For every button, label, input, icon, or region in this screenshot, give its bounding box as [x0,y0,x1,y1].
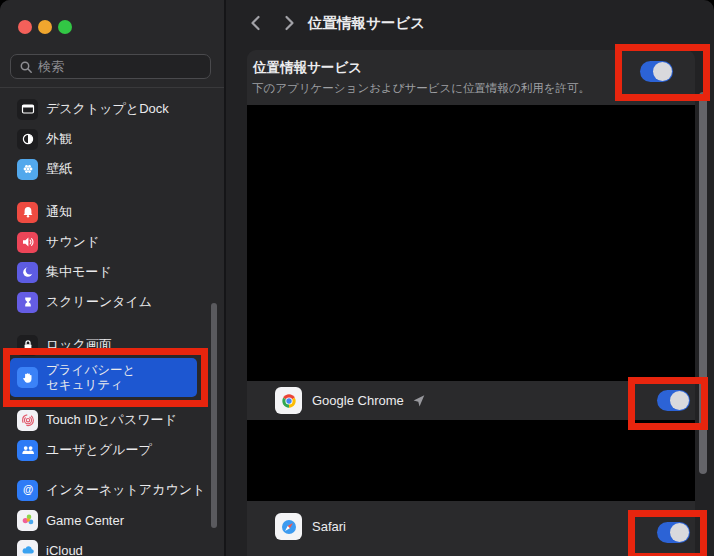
focus-icon [17,262,38,283]
system-settings-window: 検索 デスクトップとDock 外観 壁紙 通知 サ [0,0,714,556]
app-name: Google Chrome [312,393,404,408]
redacted-list-area: Google Chrome [247,105,695,501]
app-name: Safari [312,519,346,534]
sidebar-item-desktop-dock[interactable]: デスクトップとDock [10,96,204,122]
close-button[interactable] [18,20,32,34]
sidebar-item-screen-time[interactable]: スクリーンタイム [10,289,204,315]
game-center-icon [17,510,38,531]
internet-accounts-icon: @ [17,480,38,501]
screen-time-icon [17,292,38,313]
section-title: 位置情報サービス [253,59,362,77]
minimize-button[interactable] [38,20,52,34]
chrome-icon [275,387,302,414]
annotation-box-safari-toggle [628,510,707,556]
page-title: 位置情報サービス [308,14,425,33]
sidebar-item-sound[interactable]: サウンド [10,229,204,255]
search-icon [19,60,33,74]
sidebar-scrollbar[interactable] [211,303,217,528]
annotation-box-privacy-sidebar [3,348,208,407]
sidebar-item-internet-accounts[interactable]: @ インターネットアカウント [10,477,204,503]
chevron-right-icon [287,17,293,29]
zoom-button[interactable] [58,20,72,34]
section-subtitle: 下のアプリケーションおよびサービスに位置情報の利用を許可。 [252,81,590,96]
sidebar: 検索 デスクトップとDock 外観 壁紙 通知 サ [0,0,224,556]
window-controls [18,20,72,34]
forward-button[interactable] [279,13,299,33]
sound-icon [17,232,38,253]
wallpaper-icon [17,159,38,180]
touch-id-icon [17,410,38,431]
sidebar-item-icloud[interactable]: iCloud [10,537,204,556]
sidebar-item-touch-id[interactable]: Touch IDとパスワード [10,407,204,433]
back-button[interactable] [246,13,266,33]
appearance-icon [17,129,38,150]
users-groups-icon [17,440,38,461]
sidebar-item-users-groups[interactable]: ユーザとグループ [10,437,204,463]
notifications-icon [17,202,38,223]
sidebar-divider [0,87,224,88]
sidebar-item-game-center[interactable]: Game Center [10,507,204,533]
sidebar-item-wallpaper[interactable]: 壁紙 [10,156,204,182]
chevron-left-icon [253,17,259,29]
location-services-card: 位置情報サービス 下のアプリケーションおよびサービスに位置情報の利用を許可。 G… [247,50,695,556]
safari-icon [275,513,302,540]
sidebar-item-appearance[interactable]: 外観 [10,126,204,152]
svg-text:@: @ [22,483,32,495]
sidebar-item-focus[interactable]: 集中モード [10,259,204,285]
sidebar-main-divider [224,0,226,556]
search-placeholder: 検索 [38,58,64,76]
location-arrow-icon [411,393,426,408]
annotation-box-master-toggle [615,44,710,101]
sidebar-item-notifications[interactable]: 通知 [10,199,204,225]
icloud-icon [17,540,38,556]
search-input[interactable]: 検索 [10,54,211,79]
desktop-dock-icon [17,99,38,120]
annotation-box-chrome-toggle [628,377,708,430]
